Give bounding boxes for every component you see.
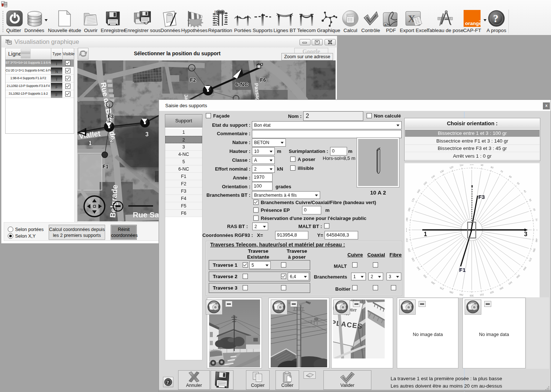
svg-text:F2: F2	[190, 77, 196, 83]
svg-text:™: ™	[479, 20, 481, 22]
svg-text:0: 0	[536, 229, 537, 231]
svg-text:2: 2	[110, 137, 113, 143]
svg-text:6-NC: 6-NC	[235, 81, 248, 87]
svg-text:200: 200	[406, 228, 407, 232]
svg-text:1: 1	[89, 140, 92, 146]
svg-text:3: 3	[524, 231, 527, 237]
svg-text:?: ?	[167, 379, 169, 385]
svg-text:Rue Sai: Rue Sai	[133, 210, 161, 219]
svg-text:?: ?	[493, 13, 499, 24]
svg-text:100: 100	[470, 164, 474, 165]
svg-text:F6: F6	[260, 77, 266, 83]
svg-text:1: 1	[424, 231, 427, 237]
svg-text:F1: F1	[103, 164, 109, 169]
svg-text:11: 11	[214, 10, 217, 13]
svg-text:300: 300	[469, 294, 474, 297]
svg-text:A: A	[384, 23, 387, 27]
svg-text:F3: F3	[108, 113, 114, 119]
svg-text:F3: F3	[478, 194, 485, 200]
svg-text:3: 3	[145, 131, 149, 137]
svg-text:F1: F1	[459, 267, 466, 273]
